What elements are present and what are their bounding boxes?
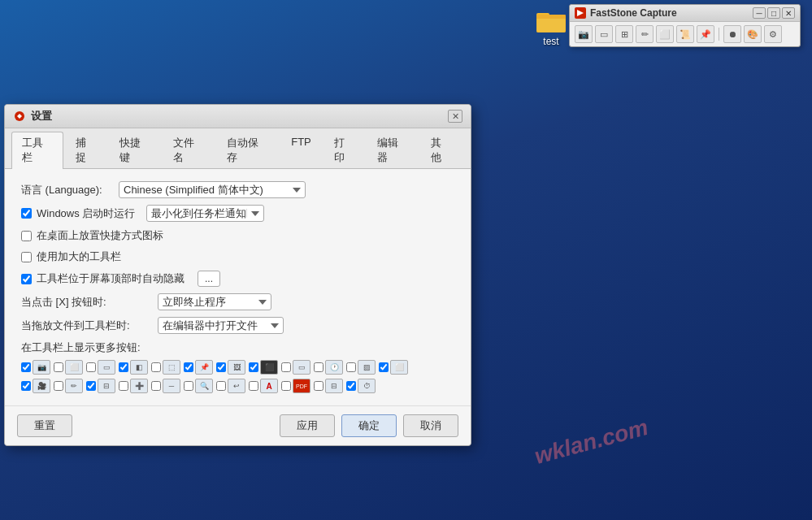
fs-fixed-btn[interactable]: 📌: [697, 25, 714, 43]
icon-box-pdf: PDF: [293, 379, 310, 393]
icon-checkbox-r2-5[interactable]: [151, 381, 161, 391]
drop-file-row: 当拖放文件到工具栏时: 在编辑器中打开文件 不处理: [21, 317, 454, 334]
footer-right-buttons: 应用 确定 取消: [280, 414, 458, 437]
icon-box-image: 🖼: [228, 360, 245, 375]
fs-fullscreen-btn[interactable]: ⬜: [656, 25, 674, 43]
icon-checkbox-6[interactable]: [184, 362, 193, 372]
fs-record-btn[interactable]: ⏺: [723, 25, 741, 43]
desktop-shortcut-row: 在桌面上放置快捷方式图标: [21, 228, 454, 243]
icon-box-zoom: 🔍: [195, 379, 213, 393]
icon-box-video: 🎥: [33, 379, 50, 393]
icon-item-r2-5: ─: [151, 379, 180, 393]
icon-checkbox-9[interactable]: [281, 362, 291, 372]
icon-checkbox-12[interactable]: [379, 362, 389, 372]
icon-box-arrow: ⬜: [390, 360, 408, 375]
icon-checkbox-4[interactable]: [119, 362, 128, 372]
fs-settings-btn[interactable]: ⚙: [764, 25, 782, 43]
windows-startup-checkbox[interactable]: [21, 208, 32, 219]
icon-item-6: 📌: [184, 360, 213, 375]
more-button[interactable]: ...: [198, 271, 220, 287]
tab-capture[interactable]: 捕捉: [65, 132, 107, 168]
minimize-select[interactable]: 最小化到任务栏通知区域 最小化到任务栏: [146, 205, 264, 222]
language-row: 语言 (Language): Chinese (Simplified 简体中文)…: [21, 181, 454, 198]
icon-checkbox-r2-9[interactable]: [281, 381, 291, 391]
apply-button[interactable]: 应用: [280, 414, 335, 437]
language-label: 语言 (Language):: [21, 183, 119, 197]
icon-checkbox-r2-3[interactable]: [86, 381, 96, 391]
icon-checkbox-r2-7[interactable]: [216, 381, 226, 391]
faststone-close-btn[interactable]: ✕: [782, 7, 795, 19]
icon-checkbox-3[interactable]: [86, 362, 96, 372]
icon-box-rect2: ▭: [293, 360, 310, 375]
fs-region-btn[interactable]: ⊞: [615, 25, 633, 43]
icon-item-r2-2: ✏: [54, 379, 83, 393]
fs-freehand-btn[interactable]: ✏: [636, 25, 654, 43]
dialog-titlebar: 设置 ✕: [5, 105, 471, 128]
dialog-tabs: 工具栏 捕捉 快捷键 文件名 自动保存 FTP 打印 编辑器 其他: [5, 128, 471, 169]
icon-item-r2-11: ⏱: [346, 379, 376, 393]
icon-checkbox-r2-2[interactable]: [54, 381, 63, 391]
tab-print[interactable]: 打印: [323, 132, 366, 168]
fs-scroll-btn[interactable]: 📜: [676, 25, 694, 43]
fs-window-btn[interactable]: ▭: [595, 25, 613, 43]
faststone-toolbar: FastStone Capture ─ □ ✕ 📷 ▭ ⊞ ✏ ⬜ 📜 📌 ⏺ …: [569, 4, 801, 47]
fs-capture-btn[interactable]: 📷: [575, 25, 593, 43]
tab-autosave[interactable]: 自动保存: [216, 132, 279, 168]
icon-box-monitor: ⊟: [98, 379, 115, 393]
settings-dialog: 设置 ✕ 工具栏 捕捉 快捷键 文件名 自动保存 FTP 打印 编辑器 其他 语…: [4, 104, 471, 446]
icon-checkbox-r2-8[interactable]: [249, 381, 258, 391]
icon-box-dotted: ⬚: [163, 360, 180, 375]
cancel-button[interactable]: 取消: [403, 414, 458, 437]
icon-checkbox-r2-1[interactable]: [21, 381, 31, 391]
icon-item-1: 📷: [21, 360, 50, 375]
tab-editor[interactable]: 编辑器: [367, 132, 419, 168]
tab-hotkeys[interactable]: 快捷键: [109, 132, 161, 168]
dialog-content: 语言 (Language): Chinese (Simplified 简体中文)…: [5, 169, 471, 405]
ok-button[interactable]: 确定: [341, 414, 397, 437]
icon-box-pen: ✏: [65, 379, 83, 393]
dialog-footer: 重置 应用 确定 取消: [5, 405, 471, 445]
faststone-titlebar: FastStone Capture ─ □ ✕: [570, 5, 800, 22]
icon-checkbox-r2-10[interactable]: [314, 381, 323, 391]
click-x-select[interactable]: 立即终止程序 最小化 提示: [158, 293, 271, 310]
icon-box-camera: 📷: [33, 360, 50, 375]
icon-item-r2-9: PDF: [281, 379, 310, 393]
icon-box-pattern: ▨: [358, 360, 376, 375]
desktop-shortcut-checkbox[interactable]: [21, 231, 32, 241]
tab-toolbar[interactable]: 工具栏: [11, 132, 63, 169]
icon-checkbox-5[interactable]: [151, 362, 161, 372]
reset-button[interactable]: 重置: [17, 414, 72, 437]
icon-checkbox-1[interactable]: [21, 362, 31, 372]
icon-box-pin: 📌: [195, 360, 213, 375]
footer-left-buttons: 重置: [17, 414, 72, 437]
faststone-minimize-btn[interactable]: ─: [753, 7, 766, 19]
faststone-maximize-btn[interactable]: □: [767, 7, 780, 19]
large-toolbar-row: 使用加大的工具栏: [21, 249, 454, 264]
icon-checkbox-r2-6[interactable]: [184, 381, 193, 391]
fs-color-btn[interactable]: 🎨: [744, 25, 762, 43]
tab-other[interactable]: 其他: [420, 132, 462, 168]
click-x-row: 当点击 [X] 按钮时: 立即终止程序 最小化 提示: [21, 293, 454, 310]
icon-checkbox-2[interactable]: [54, 362, 63, 372]
icon-checkbox-r2-11[interactable]: [346, 381, 356, 391]
icon-item-4: ◧: [119, 360, 148, 375]
language-select[interactable]: Chinese (Simplified 简体中文) English: [119, 181, 306, 198]
desktop-icon-test[interactable]: test: [527, 8, 575, 47]
drop-file-select[interactable]: 在编辑器中打开文件 不处理: [158, 317, 284, 334]
large-toolbar-checkbox[interactable]: [21, 252, 32, 262]
tab-ftp[interactable]: FTP: [280, 132, 322, 168]
icon-item-r2-4: ➕: [119, 379, 148, 393]
dialog-close-btn[interactable]: ✕: [448, 110, 462, 123]
icon-checkbox-r2-4[interactable]: [119, 381, 128, 391]
icon-checkbox-7[interactable]: [216, 362, 226, 372]
faststone-title: FastStone Capture: [575, 7, 677, 19]
auto-hide-checkbox[interactable]: [21, 274, 32, 284]
icon-checkbox-8[interactable]: [249, 362, 258, 372]
icon-checkbox-11[interactable]: [346, 362, 356, 372]
icon-checkbox-10[interactable]: [314, 362, 323, 372]
icon-box-window: ⬜: [65, 360, 83, 375]
icon-row-2: 🎥 ✏ ⊟ ➕ ─: [21, 379, 454, 393]
settings-icon: [13, 110, 26, 123]
tab-filename[interactable]: 文件名: [163, 132, 215, 168]
toolbar-separator-1: [719, 28, 719, 41]
